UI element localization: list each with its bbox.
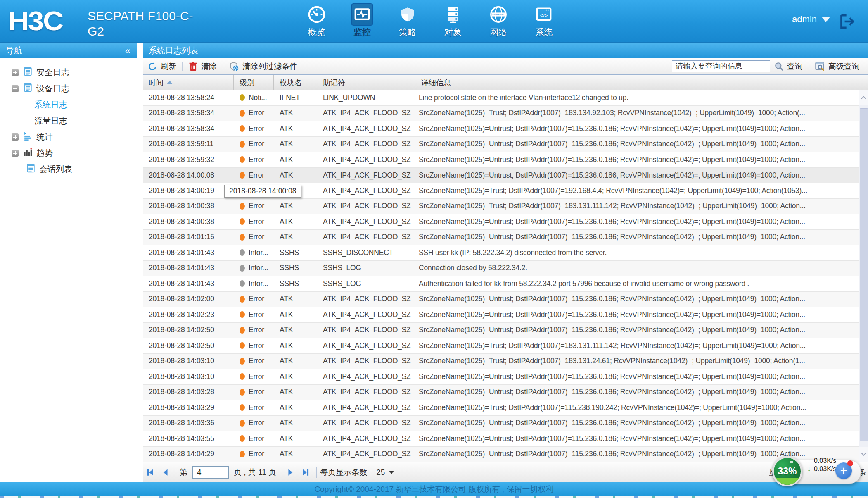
- network-speed-widget[interactable]: ↑0.03K/s ↓0.03K/s 33% +: [768, 455, 868, 488]
- table-row[interactable]: 2018-08-28 14:03:28ErrorATKATK_IP4_ACK_F…: [143, 385, 868, 400]
- table-row[interactable]: 2018-08-28 13:58:24Noti...IFNETLINK_UPDO…: [143, 90, 868, 106]
- logout-button[interactable]: [837, 12, 856, 32]
- cell-mnemonic: ATK_IP4_ACK_FLOOD_SZ: [317, 152, 415, 167]
- advanced-query-label: 高级查询: [828, 61, 860, 72]
- cell-time: 2018-08-28 14:01:43: [143, 261, 234, 276]
- logout-icon: [837, 12, 856, 31]
- stats-icon: [23, 131, 33, 143]
- sidebar-item-统计[interactable]: 统计: [0, 129, 137, 145]
- table-row[interactable]: 2018-08-28 14:03:10ErrorATKATK_IP4_ACK_F…: [143, 354, 868, 369]
- cell-module: SSHS: [274, 261, 317, 276]
- table-row[interactable]: 2018-08-28 14:01:43Infor...SSHSSSHS_LOGA…: [143, 276, 868, 292]
- column-header-2[interactable]: 级别: [234, 75, 274, 90]
- sidebar-item-流量日志[interactable]: 流量日志: [0, 113, 137, 129]
- cell-mnemonic: SSHS_DISCONNECT: [317, 245, 415, 260]
- last-page-button[interactable]: [301, 468, 310, 477]
- level-label: Error: [249, 450, 264, 458]
- expand-icon[interactable]: [12, 150, 19, 157]
- cell-level: Error: [234, 323, 274, 338]
- divider: [182, 62, 183, 71]
- nav-item-monitor[interactable]: 监控: [339, 3, 385, 38]
- page-number-input[interactable]: [192, 466, 229, 479]
- cell-level: Infor...: [234, 245, 274, 260]
- query-button[interactable]: 查询: [770, 61, 807, 72]
- nav-item-code[interactable]: </>系统: [521, 3, 567, 38]
- h3c-logo: H3C: [8, 6, 63, 36]
- column-header-3[interactable]: 模块名: [274, 75, 317, 90]
- table-row[interactable]: 2018-08-28 13:59:32ErrorATKATK_IP4_ACK_F…: [143, 152, 868, 168]
- table-row[interactable]: 2018-08-28 14:00:38ErrorATKATK_IP4_ACK_F…: [143, 214, 868, 230]
- clear-column-filter-button[interactable]: 清除列过滤条件: [225, 61, 301, 72]
- cell-time: 2018-08-28 14:00:38: [143, 199, 234, 214]
- per-page-label: 每页显示条数: [320, 467, 367, 478]
- table-row[interactable]: 2018-08-28 14:03:29ErrorATKATK_IP4_ACK_F…: [143, 400, 868, 416]
- divider: [223, 62, 223, 71]
- prev-page-button[interactable]: [161, 468, 170, 477]
- first-page-button[interactable]: [146, 468, 155, 477]
- sidebar-item-设备日志[interactable]: 设备日志: [0, 81, 137, 97]
- user-menu[interactable]: admin: [792, 14, 830, 25]
- cell-level: Error: [234, 431, 274, 446]
- table-row[interactable]: 2018-08-28 14:00:38ErrorATKATK_IP4_ACK_F…: [143, 199, 868, 214]
- pagination-bar: 第 页 , 共 11 页 每页显示条数 25 显示 条: [143, 462, 868, 482]
- vertical-scrollbar[interactable]: [859, 90, 868, 462]
- scrollbar-thumb[interactable]: [860, 108, 868, 441]
- table-row[interactable]: 2018-08-28 14:02:00ErrorATKATK_IP4_ACK_F…: [143, 292, 868, 307]
- table-row[interactable]: 2018-08-28 14:04:29ErrorATKATK_IP4_ACK_F…: [143, 447, 868, 462]
- sidebar-item-安全日志[interactable]: 安全日志: [0, 64, 137, 81]
- table-row[interactable]: 2018-08-28 14:03:55ErrorATKATK_IP4_ACK_F…: [143, 431, 868, 447]
- sidebar-item-会话列表[interactable]: 会话列表: [0, 161, 137, 177]
- cell-mnemonic: ATK_IP4_ACK_FLOOD_SZ: [317, 292, 415, 307]
- next-page-button[interactable]: [286, 468, 295, 477]
- sidebar-item-系统日志[interactable]: 系统日志: [0, 97, 137, 113]
- table-row[interactable]: 2018-08-28 13:58:34ErrorATKATK_IP4_ACK_F…: [143, 106, 868, 122]
- severity-dot-icon: [240, 265, 245, 272]
- per-page-select[interactable]: 25: [376, 468, 385, 477]
- cell-detail: SrcZoneName(1025)=Trust; DstIPAddr(1007)…: [415, 183, 868, 198]
- nav-label: 概览: [308, 26, 325, 38]
- cell-module: ATK: [274, 447, 317, 462]
- nav-item-stack[interactable]: 对象: [430, 3, 476, 38]
- table-row[interactable]: 2018-08-28 13:59:11ErrorATKATK_IP4_ACK_F…: [143, 137, 868, 152]
- chevron-down-icon[interactable]: [389, 471, 394, 474]
- table-row[interactable]: 2018-08-28 14:01:15ErrorATKATK_IP4_ACK_F…: [143, 230, 868, 245]
- expand-icon[interactable]: [12, 133, 19, 141]
- table-row[interactable]: 2018-08-28 14:03:36ErrorATKATK_IP4_ACK_F…: [143, 416, 868, 431]
- expand-icon[interactable]: [12, 69, 19, 76]
- advanced-query-button[interactable]: 高级查询: [811, 61, 864, 72]
- sidebar-collapse-button[interactable]: «: [125, 47, 130, 55]
- refresh-icon: [147, 61, 158, 72]
- cell-time: 2018-08-28 14:03:10: [143, 354, 234, 369]
- table-row[interactable]: 2018-08-28 14:00:08ErrorATKATK_IP4_ACK_F…: [143, 168, 868, 183]
- nav-item-shield[interactable]: 策略: [385, 3, 430, 38]
- cell-time: 2018-08-28 14:03:36: [143, 416, 234, 431]
- table-row[interactable]: 2018-08-28 13:58:34ErrorATKATK_IP4_ACK_F…: [143, 121, 868, 137]
- table-row[interactable]: 2018-08-28 14:02:23ErrorATKATK_IP4_ACK_F…: [143, 307, 868, 323]
- table-row[interactable]: 2018-08-28 14:02:50ErrorATKATK_IP4_ACK_F…: [143, 338, 868, 354]
- search-input[interactable]: [672, 60, 770, 72]
- clear-button[interactable]: 清除: [184, 61, 221, 72]
- sidebar-item-趋势[interactable]: 趋势: [0, 145, 137, 161]
- memory-percent-ball[interactable]: 33%: [772, 456, 802, 486]
- cell-detail: SrcZoneName(1025)=Untrust; DstIPAddr(100…: [415, 416, 868, 431]
- nav-item-globe[interactable]: INTERNET网络: [476, 3, 521, 38]
- table-row[interactable]: 2018-08-28 14:01:43Infor...SSHSSSHS_LOGC…: [143, 261, 868, 276]
- refresh-button[interactable]: 刷新: [143, 61, 180, 72]
- severity-dot-icon: [240, 420, 245, 427]
- cell-mnemonic: ATK_IP4_ACK_FLOOD_SZ: [317, 431, 415, 446]
- cell-module: ATK: [274, 431, 317, 446]
- nav-item-gauge[interactable]: 概览: [294, 3, 339, 38]
- table-row[interactable]: 2018-08-28 14:02:50ErrorATKATK_IP4_ACK_F…: [143, 323, 868, 338]
- column-header-5[interactable]: 详细信息: [415, 75, 868, 90]
- column-header-1[interactable]: 时间: [143, 75, 234, 90]
- severity-dot-icon: [240, 404, 245, 411]
- severity-dot-icon: [240, 141, 245, 148]
- collapse-icon[interactable]: [12, 85, 19, 92]
- scroll-up-button[interactable]: [859, 90, 868, 105]
- cell-mnemonic: ATK_IP4_ACK_FLOOD_SZ: [317, 307, 415, 322]
- table-row[interactable]: 2018-08-28 14:03:10ErrorATKATK_IP4_ACK_F…: [143, 369, 868, 385]
- table-row[interactable]: 2018-08-28 14:01:43Infor...SSHSSSHS_DISC…: [143, 245, 868, 261]
- cell-module: ATK: [274, 137, 317, 152]
- notification-badge: [847, 460, 853, 466]
- column-header-4[interactable]: 助记符: [317, 75, 415, 90]
